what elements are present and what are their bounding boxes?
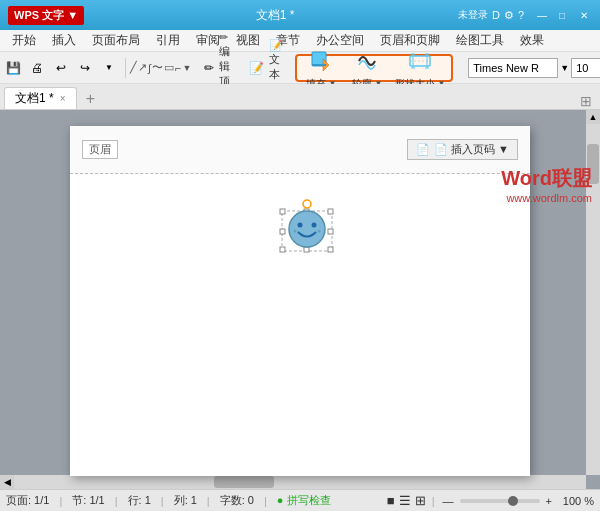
horizontal-scrollbar[interactable]: ◀ — [0, 475, 586, 489]
zoom-plus-btn[interactable]: + — [544, 495, 554, 507]
minimize-btn[interactable]: — — [534, 7, 550, 23]
maximize-btn[interactable]: □ — [554, 7, 570, 23]
shape-area — [272, 191, 342, 264]
zoom-level: 100 % — [558, 495, 594, 507]
corner-tool[interactable]: ⌐ — [175, 57, 181, 79]
section-info: 节: 1/1 — [72, 493, 104, 508]
window-title: 文档1 * — [92, 7, 458, 24]
menu-start[interactable]: 开始 — [4, 30, 44, 51]
zoom-thumb[interactable] — [508, 496, 518, 506]
quick-access-bar: 💾 🖨 ↩ ↪ ▼ — [2, 57, 129, 79]
arrow-tool[interactable]: ↗ — [138, 57, 147, 79]
undo-drop-btn[interactable]: ▼ — [98, 57, 120, 79]
tab-options-btn[interactable]: ⊞ — [580, 93, 592, 109]
tab-label: 文档1 * — [15, 90, 54, 107]
insert-page-num-label: 📄 插入页码 ▼ — [434, 142, 509, 157]
zoom-minus-btn[interactable]: — — [441, 495, 456, 507]
font-name-input[interactable] — [468, 58, 558, 78]
rect-tool[interactable]: ▭ — [164, 57, 174, 79]
icon2[interactable]: ⚙ — [504, 9, 514, 22]
new-tab-btn[interactable]: + — [81, 89, 101, 109]
svg-point-16 — [289, 211, 325, 247]
status-bar: 页面: 1/1 | 节: 1/1 | 行: 1 | 列: 1 | 字数: 0 |… — [0, 489, 600, 511]
toolbar-area: 💾 🖨 ↩ ↪ ▼ ╱ ↗ ∫ 〜 ▭ ⌐ ▼ ✏ ✏ 编辑顶点 — [0, 52, 600, 84]
tab-bar: 文档1 * × + ⊞ — [0, 84, 600, 110]
svg-rect-12 — [304, 247, 309, 252]
save-btn[interactable]: 💾 — [2, 57, 24, 79]
logo-text: WPS 文字 — [14, 9, 64, 21]
textbox-icon: 📝 — [248, 57, 265, 79]
spell-check[interactable]: ● 拼写检查 — [277, 493, 331, 508]
icon3[interactable]: ? — [518, 9, 524, 21]
svg-rect-10 — [328, 229, 333, 234]
size-icon — [404, 45, 436, 77]
close-btn[interactable]: ✕ — [576, 7, 592, 23]
smiley-shape[interactable] — [272, 191, 342, 261]
word-count: 字数: 0 — [220, 493, 254, 508]
svg-point-18 — [312, 223, 317, 228]
fill-icon — [305, 45, 337, 77]
fill-outline-size-group: 填充 ▼ 轮廓 ▼ — [295, 54, 453, 82]
col-info: 列: 1 — [174, 493, 197, 508]
more-shapes[interactable]: ▼ — [182, 57, 191, 79]
svg-point-19 — [294, 230, 297, 233]
title-bar: WPS 文字 ▼ 文档1 * 未登录 D ⚙ ? — □ ✕ — [0, 0, 600, 30]
page-header: 页眉 📄 📄 插入页码 ▼ — [70, 126, 530, 174]
font-size-input[interactable] — [571, 58, 600, 78]
view-web-btn[interactable]: ⊞ — [415, 493, 426, 508]
drawing-tools-row: 💾 🖨 ↩ ↪ ▼ ╱ ↗ ∫ 〜 ▭ ⌐ ▼ ✏ ✏ 编辑顶点 — [0, 52, 600, 84]
view-normal-btn[interactable]: ■ — [387, 493, 395, 508]
row-info: 行: 1 — [128, 493, 151, 508]
wps-logo[interactable]: WPS 文字 ▼ — [8, 6, 84, 25]
svg-rect-9 — [280, 229, 285, 234]
font-name-row: ▼ ▼ — [468, 56, 600, 80]
undo-btn[interactable]: ↩ — [50, 57, 72, 79]
menu-drawing-tools[interactable]: 绘图工具 — [448, 30, 512, 51]
menu-reference[interactable]: 引用 — [148, 30, 188, 51]
scroll-left-btn[interactable]: ◀ — [0, 475, 14, 489]
insert-page-num-btn[interactable]: 📄 📄 插入页码 ▼ — [407, 139, 518, 160]
menu-effects[interactable]: 效果 — [512, 30, 552, 51]
curve-tool[interactable]: ∫ — [148, 57, 151, 79]
menu-insert[interactable]: 插入 — [44, 30, 84, 51]
outline-icon — [351, 45, 383, 77]
svg-rect-13 — [328, 247, 333, 252]
print-btn[interactable]: 🖨 — [26, 57, 48, 79]
app-container: WPS 文字 ▼ 文档1 * 未登录 D ⚙ ? — □ ✕ 开始 插入 页面布… — [0, 0, 600, 511]
divider1 — [125, 58, 126, 78]
svg-point-14 — [303, 200, 311, 208]
svg-rect-2 — [312, 64, 326, 66]
logo-arrow: ▼ — [67, 9, 78, 21]
menu-page-layout[interactable]: 页面布局 — [84, 30, 148, 51]
view-outline-btn[interactable]: ☰ — [399, 493, 411, 508]
menu-bar: 开始 插入 页面布局 引用 审阅 视图 章节 办公空间 页眉和页脚 绘图工具 效… — [0, 30, 600, 52]
scroll-thumb-h[interactable] — [214, 476, 274, 488]
zoom-area: ■ ☰ ⊞ | — + 100 % — [387, 493, 594, 508]
icon1[interactable]: D — [492, 9, 500, 21]
freeform-tool[interactable]: 〜 — [152, 57, 163, 79]
scroll-up-btn[interactable]: ▲ — [586, 110, 600, 124]
svg-rect-6 — [280, 209, 285, 214]
svg-point-20 — [318, 230, 321, 233]
tab-close-btn[interactable]: × — [60, 93, 66, 104]
line-tool[interactable]: ╱ — [130, 57, 137, 79]
scroll-thumb-v[interactable] — [587, 144, 599, 184]
edit-vertex-icon: ✏ — [203, 57, 215, 79]
window-controls: 未登录 D ⚙ ? — □ ✕ — [458, 7, 592, 23]
svg-rect-8 — [328, 209, 333, 214]
zoom-slider[interactable] — [460, 499, 540, 503]
page-info: 页面: 1/1 — [6, 493, 49, 508]
vertical-scrollbar[interactable]: ▲ — [586, 110, 600, 475]
redo-btn[interactable]: ↪ — [74, 57, 96, 79]
svg-point-17 — [298, 223, 303, 228]
svg-rect-11 — [280, 247, 285, 252]
insert-icon: 📄 — [416, 143, 430, 156]
user-area: 未登录 — [458, 8, 488, 22]
doc-tab-active[interactable]: 文档1 * × — [4, 87, 77, 109]
font-name-dropdown[interactable]: ▼ — [560, 63, 569, 73]
document-area: ▲ ◀ 页眉 📄 📄 插入页码 ▼ — [0, 110, 600, 489]
font-panel: ▼ ▼ B I U ≡ ≡ ≡ ≡ ≡ ¶ — [460, 54, 600, 82]
header-label: 页眉 — [82, 140, 118, 159]
document-page: 页眉 📄 📄 插入页码 ▼ — [70, 126, 530, 476]
